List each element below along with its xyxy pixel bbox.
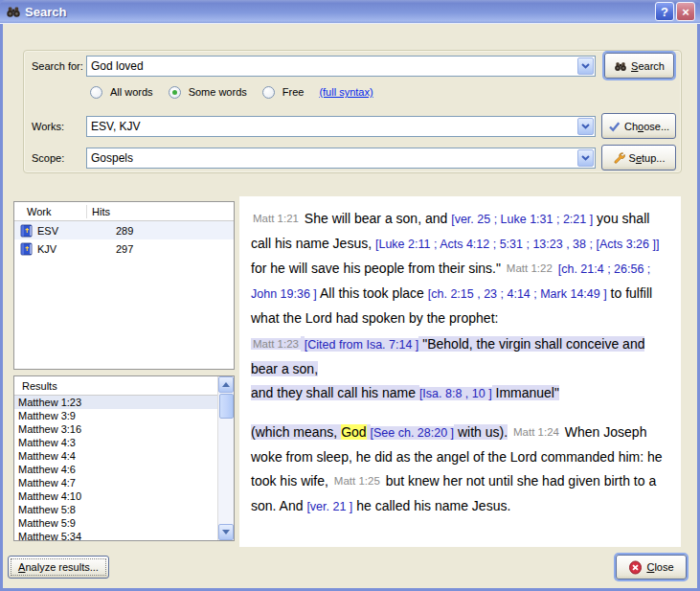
verse-number: Matt 1:24 <box>511 426 561 438</box>
scroll-up-icon[interactable] <box>218 376 234 393</box>
hit-count: 289 <box>93 225 133 237</box>
results-scrollbar[interactable] <box>217 376 234 540</box>
close-window-button[interactable]: × <box>676 2 695 21</box>
cross-reference-link[interactable]: [Luke 2:11 ; Acts 4:12 ; 5:31 ; 13:23 , … <box>375 238 659 251</box>
close-button[interactable]: Close <box>616 555 687 580</box>
cross-reference-link[interactable]: [ver. 25 ; Luke 1:31 ; 2:21 ] <box>451 213 593 226</box>
results-header: Results <box>14 376 217 396</box>
verse-text: (which means, <box>251 424 341 440</box>
chevron-down-icon[interactable] <box>577 149 594 167</box>
works-label: Works: <box>32 121 64 132</box>
search-button-label: Search <box>631 60 665 72</box>
column-header-hits[interactable]: Hits <box>87 206 110 217</box>
verse-number: Matt 1:25 <box>332 475 382 487</box>
help-button[interactable]: ? <box>655 2 674 21</box>
work-name: ESV <box>37 225 93 237</box>
result-item[interactable]: Matthew 4:10 <box>14 489 217 503</box>
hit-count: 297 <box>93 243 133 255</box>
search-mode-row: All words Some words Free (full syntax) <box>90 84 373 100</box>
search-dialog-window: Search ? × Search for: <box>0 0 700 591</box>
search-input[interactable] <box>87 57 576 76</box>
scroll-down-icon[interactable] <box>218 524 234 540</box>
hits-panel: Work Hits ESV289KJV297 <box>13 201 235 370</box>
verse-text-panel: Matt 1:21 She will bear a son, and [ver.… <box>239 196 681 547</box>
verse-text: All this took place <box>317 285 428 301</box>
some-words-label: Some words <box>189 86 247 98</box>
scope-label: Scope: <box>32 152 64 164</box>
titlebar[interactable]: Search ? × <box>0 0 700 24</box>
table-row[interactable]: KJV297 <box>14 239 234 258</box>
setup-scope-button[interactable]: Setup... <box>601 145 676 170</box>
cross-reference-link[interactable]: [Isa. 8:8 , 10 ] <box>419 387 492 400</box>
result-item[interactable]: Matthew 1:23 <box>14 396 217 409</box>
verse-block: Matt 1:23 [Cited from Isa. 7:14 ] "Behol… <box>251 332 673 406</box>
hits-header[interactable]: Work Hits <box>14 202 234 221</box>
window-title: Search <box>25 5 653 19</box>
scrollbar-track[interactable] <box>218 393 234 524</box>
free-radio[interactable] <box>262 86 275 99</box>
cross-reference-link[interactable]: [ch. 2:15 , 23 ; 4:14 ; Mark 14:49 ] <box>428 287 607 301</box>
result-item[interactable]: Matthew 5:8 <box>14 503 217 516</box>
verse-text: and they shall call his name <box>251 385 419 400</box>
result-item[interactable]: Matthew 3:16 <box>14 422 217 436</box>
verse-number: Matt 1:22 <box>505 262 554 274</box>
scope-combobox <box>86 148 596 169</box>
results-panel: Results Matthew 1:23Matthew 3:9Matthew 3… <box>13 375 235 541</box>
work-name: KJV <box>37 243 93 255</box>
cross-reference-link[interactable]: [ver. 21 ] <box>306 500 352 513</box>
verse-text: with us). <box>454 424 508 440</box>
chevron-down-icon[interactable] <box>577 57 594 75</box>
chevron-down-icon[interactable] <box>577 118 594 135</box>
cross-reference-link[interactable]: [Cited from Isa. 7:14 ] <box>305 338 419 352</box>
results-list: Results Matthew 1:23Matthew 3:9Matthew 3… <box>14 376 217 540</box>
verse-block: (which means, God [See ch. 28:20 ] with … <box>251 421 673 519</box>
setup-button-label: Setup... <box>629 152 666 164</box>
result-item[interactable]: Matthew 4:6 <box>14 463 217 476</box>
analyze-results-button[interactable]: Analyze results... <box>8 556 109 579</box>
all-words-label: All words <box>110 86 153 98</box>
works-combobox <box>86 116 596 137</box>
search-button[interactable]: Search <box>604 53 674 79</box>
verse-text: Immanuel" <box>492 385 559 400</box>
blue-book-icon <box>20 242 34 256</box>
result-item[interactable]: Matthew 4:3 <box>14 436 217 449</box>
blue-book-icon <box>20 224 34 238</box>
result-item[interactable]: Matthew 4:4 <box>14 449 217 463</box>
result-item[interactable]: Matthew 3:9 <box>14 409 217 422</box>
red-circle-x-icon <box>628 560 643 575</box>
table-row[interactable]: ESV289 <box>14 221 234 239</box>
verse-text <box>367 424 371 440</box>
results-items: Matthew 1:23Matthew 3:9Matthew 3:16Matth… <box>14 396 217 540</box>
works-input[interactable] <box>87 117 576 136</box>
verse-text: he called his name Jesus. <box>352 498 510 513</box>
checkmark-icon <box>608 121 621 132</box>
search-for-combobox <box>86 56 596 77</box>
verse-block: Matt 1:21 She will bear a son, and [ver.… <box>251 207 673 330</box>
verse-text: She will bear a son, and <box>301 211 451 226</box>
cross-reference-link[interactable]: [See ch. 28:20 ] <box>371 426 455 440</box>
column-header-work[interactable]: Work <box>14 205 87 218</box>
all-words-radio[interactable] <box>90 86 102 99</box>
binoculars-icon <box>614 59 627 73</box>
some-words-radio[interactable] <box>169 86 181 99</box>
scrollbar-thumb[interactable] <box>219 394 234 419</box>
result-item[interactable]: Matthew 5:34 <box>14 530 217 540</box>
choose-works-button[interactable]: Choose... <box>601 113 676 139</box>
result-item[interactable]: Matthew 4:7 <box>14 476 217 489</box>
binoculars-icon <box>6 4 21 19</box>
close-button-label: Close <box>646 561 673 573</box>
dialog-body: Search for: Search <box>3 24 697 588</box>
free-label: Free <box>282 86 305 98</box>
verse-number: Matt 1:21 <box>251 213 301 224</box>
scope-input[interactable] <box>87 148 576 168</box>
hits-table-body: ESV289KJV297 <box>14 221 234 258</box>
result-item[interactable]: Matthew 5:9 <box>14 516 217 530</box>
verse-text: God <box>341 424 366 440</box>
search-for-label: Search for: <box>32 60 83 72</box>
choose-button-label: Choose... <box>624 121 669 132</box>
verse-text: for he will save his people from their s… <box>251 261 505 276</box>
analyze-button-label: Analyze results... <box>18 561 99 573</box>
verse-number: Matt 1:23 <box>251 338 301 350</box>
full-syntax-link[interactable]: (full syntax) <box>319 86 373 98</box>
wrench-icon <box>613 151 625 164</box>
